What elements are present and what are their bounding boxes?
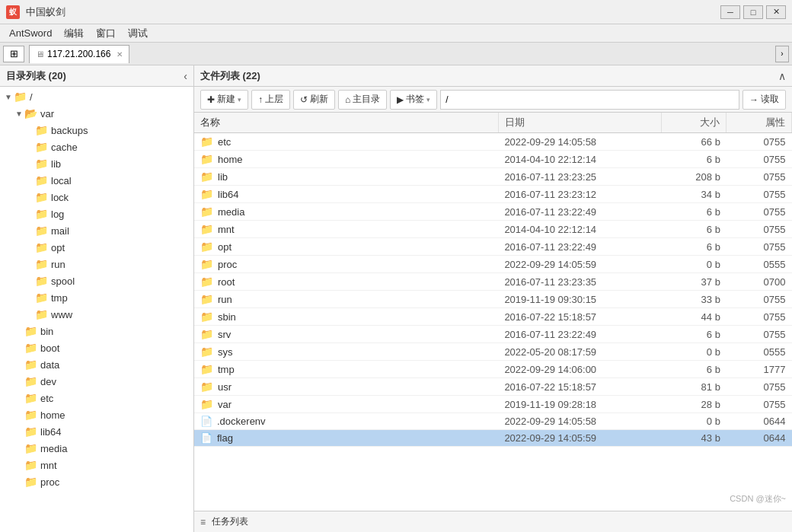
boot-label: boot: [40, 342, 59, 354]
lock-expand-icon: [24, 193, 35, 202]
table-row[interactable]: 📁 tmp 2022-09-29 14:06:00 6 b 1777: [194, 361, 792, 378]
root-label: /: [30, 91, 33, 103]
left-panel-collapse-button[interactable]: ‹: [184, 70, 187, 82]
right-panel-expand-button[interactable]: ∧: [778, 70, 786, 82]
lib64-expand-icon: [14, 428, 24, 436]
tree-item-local[interactable]: 📁 local: [0, 172, 193, 189]
tree-item-lib64[interactable]: 📁 lib64: [0, 423, 193, 440]
tree-item-tmp[interactable]: 📁 tmp: [0, 289, 193, 306]
tree-item-var[interactable]: ▼ 📂 var: [0, 105, 193, 122]
tmp-expand-icon: [24, 294, 35, 302]
close-button[interactable]: ✕: [766, 5, 786, 19]
spool-label: spool: [51, 276, 75, 287]
cell-date: 2019-11-19 09:28:18: [498, 396, 661, 413]
tree-item-bin[interactable]: 📁 bin: [0, 323, 193, 339]
root-expand-icon[interactable]: ▼: [3, 93, 14, 101]
file-tree: ▼ 📁 / ▼ 📂 var 📁 backups 📁 ca: [0, 87, 193, 532]
dev-expand-icon: [14, 377, 24, 386]
tree-item-lib[interactable]: 📁 lib: [0, 155, 193, 172]
table-row[interactable]: 📁 media 2016-07-11 23:22:49 6 b 0755: [194, 203, 792, 221]
table-row[interactable]: 📁 srv 2016-07-11 23:22:49 6 b 0755: [194, 326, 792, 343]
grid-view-button[interactable]: ⊞: [3, 46, 24, 62]
table-row[interactable]: 📁 lib 2016-07-11 23:23:25 208 b 0755: [194, 168, 792, 186]
cell-name: 📄 .dockerenv: [194, 413, 498, 430]
cell-size: 0 b: [661, 413, 727, 430]
tree-item-run[interactable]: 📁 run: [0, 256, 193, 272]
tree-item-dev[interactable]: 📁 dev: [0, 373, 193, 390]
tab-nav-button[interactable]: ›: [775, 46, 789, 62]
table-row[interactable]: 📁 var 2019-11-19 09:28:18 28 b 0755: [194, 396, 792, 413]
cell-size: 66 b: [661, 133, 727, 151]
menu-debug[interactable]: 调试: [122, 25, 154, 42]
proc-expand-icon: [14, 478, 24, 486]
tab-close-button[interactable]: ✕: [117, 50, 123, 59]
tree-item-lock[interactable]: 📁 lock: [0, 189, 193, 205]
table-row[interactable]: 📁 home 2014-04-10 22:12:14 6 b 0755: [194, 151, 792, 168]
maximize-button[interactable]: □: [743, 5, 763, 19]
table-row[interactable]: 📁 sys 2022-05-20 08:17:59 0 b 0555: [194, 343, 792, 361]
menu-antsword[interactable]: AntSword: [3, 26, 58, 40]
cell-date: 2016-07-11 23:22:49: [498, 326, 661, 343]
table-row[interactable]: 📁 mnt 2014-04-10 22:12:14 6 b 0755: [194, 221, 792, 238]
bookmark-button[interactable]: ▶ 书签 ▾: [390, 90, 437, 110]
up-label: 上层: [265, 93, 283, 106]
home-label: 主目录: [353, 93, 380, 106]
menu-window[interactable]: 窗口: [90, 25, 122, 42]
tree-item-opt[interactable]: 📁 opt: [0, 239, 193, 256]
tree-item-media[interactable]: 📁 media: [0, 440, 193, 457]
tree-item-home[interactable]: 📁 home: [0, 406, 193, 423]
table-row[interactable]: 📁 etc 2022-09-29 14:05:58 66 b 0755: [194, 133, 792, 151]
cell-name: 📁 etc: [194, 133, 498, 151]
tree-item-mail[interactable]: 📁 mail: [0, 222, 193, 239]
home-button[interactable]: ⌂ 主目录: [338, 90, 387, 110]
cell-date: 2016-07-11 23:23:35: [498, 273, 661, 291]
tree-item-proc[interactable]: 📁 proc: [0, 473, 193, 490]
tree-item-spool[interactable]: 📁 spool: [0, 272, 193, 289]
tree-item-mnt[interactable]: 📁 mnt: [0, 457, 193, 473]
up-button[interactable]: ↑ 上层: [251, 90, 290, 110]
tree-item-data[interactable]: 📁 data: [0, 356, 193, 373]
table-row[interactable]: 📁 lib64 2016-07-11 23:23:12 34 b 0755: [194, 186, 792, 203]
read-button[interactable]: → 读取: [742, 90, 786, 110]
table-row[interactable]: 📁 sbin 2016-07-22 15:18:57 44 b 0755: [194, 308, 792, 326]
table-row[interactable]: 📁 run 2019-11-19 09:30:15 33 b 0755: [194, 291, 792, 308]
app-title: 中国蚁剑: [26, 5, 65, 19]
refresh-button[interactable]: ↺ 刷新: [293, 90, 335, 110]
tree-root-item[interactable]: ▼ 📁 /: [0, 88, 193, 105]
tree-item-cache[interactable]: 📁 cache: [0, 139, 193, 155]
tree-item-www[interactable]: 📁 www: [0, 306, 193, 323]
grid-icon: ⊞: [10, 48, 18, 59]
cell-date: 2022-05-20 08:17:59: [498, 343, 661, 361]
opt-expand-icon: [24, 244, 35, 252]
cell-date: 2016-07-22 15:18:57: [498, 308, 661, 326]
new-button[interactable]: ✚ 新建 ▾: [200, 90, 248, 110]
path-input[interactable]: [440, 90, 739, 110]
table-row[interactable]: 📄 flag 2022-09-29 14:05:59 43 b 0644: [194, 430, 792, 447]
mnt-expand-icon: [14, 461, 24, 470]
app-icon: 蚁: [6, 5, 20, 19]
tree-item-log[interactable]: 📁 log: [0, 205, 193, 222]
file-icon: 📄: [200, 416, 212, 427]
media-folder-icon: 📁: [24, 442, 37, 454]
file-name: flag: [217, 432, 233, 444]
home-label: home: [40, 409, 65, 421]
table-row[interactable]: 📁 usr 2016-07-22 15:18:57 81 b 0755: [194, 378, 792, 396]
cell-size: 6 b: [661, 361, 727, 378]
tree-item-etc[interactable]: 📁 etc: [0, 390, 193, 406]
tree-item-boot[interactable]: 📁 boot: [0, 339, 193, 356]
bottom-panel-expand-button[interactable]: ≡: [200, 517, 206, 527]
table-row[interactable]: 📁 opt 2016-07-11 23:22:49 6 b 0755: [194, 238, 792, 256]
tab-bar: ⊞ 🖥 117.21.200.166 ✕ ›: [0, 43, 792, 65]
minimize-button[interactable]: ─: [720, 5, 740, 19]
table-row[interactable]: 📁 root 2016-07-11 23:23:35 37 b 0700: [194, 273, 792, 291]
var-expand-icon[interactable]: ▼: [14, 110, 24, 118]
table-row[interactable]: 📁 proc 2022-09-29 14:05:59 0 b 0555: [194, 256, 792, 273]
menu-edit[interactable]: 编辑: [58, 25, 90, 42]
cell-name: 📁 lib: [194, 168, 498, 186]
spool-expand-icon: [24, 277, 35, 285]
table-row[interactable]: 📄 .dockerenv 2022-09-29 14:05:58 0 b 064…: [194, 413, 792, 430]
tab-server[interactable]: 🖥 117.21.200.166 ✕: [29, 45, 129, 63]
cell-size: 44 b: [661, 308, 727, 326]
cell-perm: 1777: [727, 361, 792, 378]
tree-item-backups[interactable]: 📁 backups: [0, 122, 193, 139]
